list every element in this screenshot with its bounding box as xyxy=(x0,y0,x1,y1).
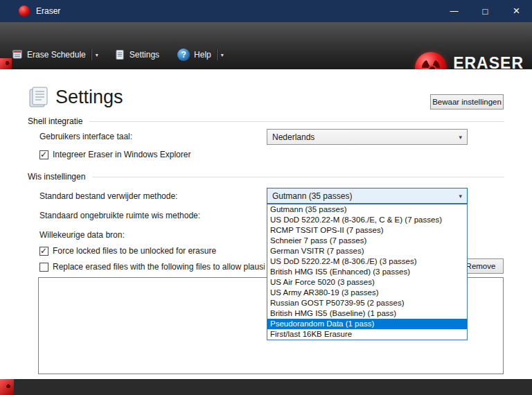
close-button[interactable]: × xyxy=(501,0,532,22)
section-title: Shell integratie xyxy=(28,116,82,126)
dropdown-option[interactable]: Russian GOST P50739-95 (2 passes) xyxy=(267,298,467,308)
section-shell-integration: Shell integratie xyxy=(28,116,504,126)
dropdown-option[interactable]: British HMG IS5 (Baseline) (1 pass) xyxy=(267,308,467,319)
settings-button[interactable]: Settings xyxy=(109,46,164,64)
replace-files-label: Replace erased files with the following … xyxy=(53,262,265,272)
random-source-label: Willekeurige data bron: xyxy=(39,230,125,240)
force-unlock-row: ✓ Force locked files to be unlocked for … xyxy=(39,246,216,256)
dropdown-option[interactable]: US DoD 5220.22-M (8-306./E) (3 passes) xyxy=(267,256,467,267)
help-label: Help xyxy=(194,50,211,60)
minimize-button[interactable]: — xyxy=(438,0,470,22)
method-dropdown-list: Gutmann (35 passes) US DoD 5220.22-M (8-… xyxy=(267,204,468,340)
dropdown-option-selected[interactable]: Pseudorandom Data (1 pass) xyxy=(267,319,467,329)
checkmark-icon: ✓ xyxy=(40,150,47,159)
replace-files-checkbox[interactable] xyxy=(39,263,48,272)
language-label: Gebruikers interface taal: xyxy=(39,132,132,141)
dropdown-option[interactable]: US DoD 5220.22-M (8-306./E, C & E) (7 pa… xyxy=(267,215,467,225)
integrate-explorer-row: ✓ Integreer Eraser in Windows Explorer xyxy=(39,150,190,159)
page-title: Settings xyxy=(55,87,123,108)
dropdown-option[interactable]: US Air Force 5020 (3 passes) xyxy=(267,277,467,288)
toolbar: Erase Schedule ▾ Settings xyxy=(0,22,532,69)
settings-label: Settings xyxy=(130,50,159,60)
chevron-down-icon: ▾ xyxy=(459,134,462,141)
language-value: Nederlands xyxy=(272,132,314,142)
integrate-explorer-label: Integreer Eraser in Windows Explorer xyxy=(53,150,190,159)
section-erase-settings: Wis instellingen xyxy=(28,172,504,182)
replace-files-row: Replace erased files with the following … xyxy=(39,262,265,272)
eraser-app-icon xyxy=(19,6,30,17)
dropdown-option[interactable]: RCMP TSSIT OPS-II (7 passes) xyxy=(267,225,467,236)
dropdown-option[interactable]: Schneier 7 pass (7 passes) xyxy=(267,236,467,246)
help-group: ? Help ▾ xyxy=(172,45,228,64)
default-method-select[interactable]: Gutmann (35 passes) ▾ xyxy=(267,188,468,204)
dropdown-option[interactable]: German VSITR (7 passes) xyxy=(267,246,467,256)
maximize-button[interactable]: □ xyxy=(470,0,501,22)
settings-page-icon xyxy=(26,85,51,110)
help-icon: ? xyxy=(177,49,190,61)
force-unlock-label: Force locked files to be unlocked for er… xyxy=(53,246,216,256)
eraser-window: Eraser — □ × Erase Sche xyxy=(0,0,532,395)
erase-schedule-label: Erase Schedule xyxy=(27,50,86,60)
dropdown-option[interactable]: Gutmann (35 passes) xyxy=(267,204,467,215)
section-divider xyxy=(92,177,504,177)
help-menu-arrow-icon[interactable]: ▾ xyxy=(217,49,228,62)
dropdown-option[interactable]: British HMG IS5 (Enhanced) (3 passes) xyxy=(267,267,467,277)
footer-bar xyxy=(0,379,532,395)
save-settings-button[interactable]: Bewaar instellingen xyxy=(430,94,504,109)
skin-corner-decoration xyxy=(0,58,12,69)
chevron-down-icon: ▾ xyxy=(459,193,462,200)
titlebar[interactable]: Eraser — □ × xyxy=(0,0,532,22)
settings-icon xyxy=(114,49,125,60)
default-method-label: Standard bestand verwijder methode: xyxy=(39,191,177,201)
section-title: Wis instellingen xyxy=(28,172,85,182)
default-method-value: Gutmann (35 passes) xyxy=(272,191,352,201)
skin-corner-decoration xyxy=(0,379,14,395)
language-select[interactable]: Nederlands ▾ xyxy=(267,129,468,145)
dropdown-option[interactable]: US Army AR380-19 (3 passes) xyxy=(267,288,467,298)
unused-space-method-label: Standaard ongebruikte ruimte wis methode… xyxy=(39,211,200,220)
dropdown-option[interactable]: First/last 16KB Erasure xyxy=(267,329,467,340)
window-title: Eraser xyxy=(36,6,60,16)
force-unlock-checkbox[interactable]: ✓ xyxy=(39,247,48,256)
window-controls: — □ × xyxy=(438,0,532,22)
toolbar-buttons: Erase Schedule ▾ Settings xyxy=(7,45,228,64)
help-question-glyph: ? xyxy=(181,50,186,60)
erase-schedule-button[interactable]: Erase Schedule xyxy=(7,46,91,64)
integrate-explorer-checkbox[interactable]: ✓ xyxy=(39,150,48,159)
settings-page: Settings Bewaar instellingen Shell integ… xyxy=(0,69,532,379)
checkmark-icon: ✓ xyxy=(40,246,47,256)
erase-schedule-icon xyxy=(12,49,23,60)
help-button[interactable]: ? Help xyxy=(172,45,216,64)
erase-schedule-group: Erase Schedule ▾ xyxy=(7,46,103,64)
erase-schedule-menu-arrow-icon[interactable]: ▾ xyxy=(91,49,103,62)
section-divider xyxy=(89,121,504,122)
